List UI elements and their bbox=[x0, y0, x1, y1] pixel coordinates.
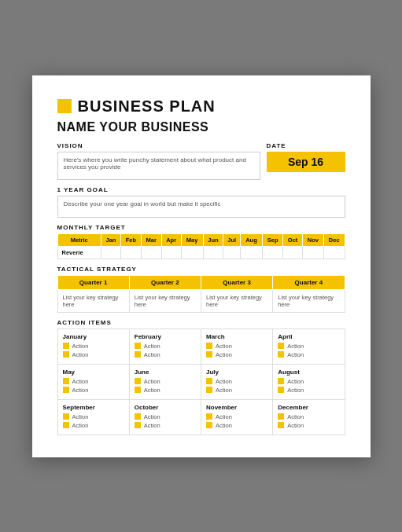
strategy-cell-2[interactable]: List your key strategy here bbox=[129, 289, 201, 312]
action-label: Action bbox=[287, 343, 304, 350]
page-header: BUSINESS PLAN bbox=[57, 97, 345, 116]
action-item[interactable]: Action bbox=[278, 413, 339, 420]
tactical-table: Quarter 1Quarter 2Quarter 3Quarter 4 Lis… bbox=[57, 275, 345, 313]
action-dot-icon bbox=[135, 413, 141, 420]
monthly-value-cell[interactable] bbox=[181, 246, 203, 259]
quarter-header-2: Quarter 2 bbox=[129, 275, 201, 289]
action-month-cell: JulyActionAction bbox=[201, 365, 273, 400]
action-items-grid: JanuaryActionActionFebruaryActionActionM… bbox=[57, 328, 345, 435]
action-dot-icon bbox=[206, 378, 212, 384]
action-month-name: July bbox=[206, 369, 267, 376]
monthly-value-cell[interactable] bbox=[101, 246, 120, 259]
vision-label: VISION bbox=[57, 142, 260, 149]
action-item[interactable]: Action bbox=[63, 413, 124, 420]
action-label: Action bbox=[72, 413, 89, 420]
monthly-value-cell[interactable] bbox=[141, 246, 161, 259]
monthly-col-mar: Mar bbox=[141, 233, 161, 246]
monthly-value-cell[interactable] bbox=[161, 246, 181, 259]
action-item[interactable]: Action bbox=[63, 343, 124, 350]
action-month-name: February bbox=[135, 333, 196, 340]
action-dot-icon bbox=[278, 351, 284, 358]
monthly-col-nov: Nov bbox=[302, 233, 323, 246]
tactical-label: TACTICAL STRATEGY bbox=[57, 266, 345, 273]
strategy-cell-3[interactable]: List your key strategy here bbox=[201, 289, 273, 312]
action-item[interactable]: Action bbox=[135, 351, 196, 358]
action-dot-icon bbox=[135, 378, 141, 384]
action-dot-icon bbox=[63, 422, 69, 428]
action-label: Action bbox=[144, 413, 160, 420]
monthly-target-label: MONTHLY TARGET bbox=[57, 224, 345, 231]
action-dot-icon bbox=[206, 343, 212, 349]
monthly-value-cell[interactable] bbox=[241, 246, 263, 259]
action-item[interactable]: Action bbox=[63, 351, 124, 358]
action-dot-icon bbox=[278, 413, 284, 420]
action-month-cell: FebruaryActionAction bbox=[130, 329, 201, 365]
action-dot-icon bbox=[278, 343, 284, 349]
monthly-value-cell[interactable] bbox=[203, 246, 223, 259]
action-month-name: April bbox=[278, 333, 339, 340]
monthly-value-cell[interactable] bbox=[223, 246, 241, 259]
action-item[interactable]: Action bbox=[135, 387, 196, 394]
monthly-value-cell[interactable] bbox=[323, 246, 345, 259]
action-item[interactable]: Action bbox=[206, 351, 267, 358]
monthly-col-sep: Sep bbox=[262, 233, 282, 246]
action-month-cell: JanuaryActionAction bbox=[58, 329, 130, 365]
action-dot-icon bbox=[206, 387, 212, 393]
action-item[interactable]: Action bbox=[135, 343, 196, 350]
action-month-name: January bbox=[63, 333, 124, 340]
action-dot-icon bbox=[135, 422, 141, 428]
goal-text[interactable]: Describe your one year goal in world but… bbox=[57, 196, 345, 218]
action-dot-icon bbox=[135, 351, 141, 358]
action-item[interactable]: Action bbox=[206, 343, 267, 350]
monthly-col-jul: Jul bbox=[223, 233, 241, 246]
action-items-label: ACTION ITEMS bbox=[57, 319, 345, 326]
action-item[interactable]: Action bbox=[135, 413, 196, 420]
quarter-header-3: Quarter 3 bbox=[201, 275, 273, 289]
monthly-col-may: May bbox=[181, 233, 203, 246]
action-dot-icon bbox=[135, 343, 141, 349]
table-row: Reverie bbox=[57, 246, 345, 259]
action-item[interactable]: Action bbox=[135, 422, 196, 429]
action-item[interactable]: Action bbox=[278, 351, 339, 358]
action-item[interactable]: Action bbox=[206, 422, 267, 429]
vision-text[interactable]: Here's where you write punchy statement … bbox=[57, 152, 260, 180]
action-label: Action bbox=[144, 378, 160, 385]
action-month-cell: AugustActionAction bbox=[273, 365, 345, 400]
monthly-value-cell[interactable] bbox=[121, 246, 142, 259]
action-month-name: October bbox=[135, 404, 196, 411]
action-dot-icon bbox=[63, 343, 69, 349]
action-item[interactable]: Action bbox=[278, 343, 339, 350]
action-label: Action bbox=[144, 387, 160, 394]
action-item[interactable]: Action bbox=[278, 422, 339, 429]
action-item[interactable]: Action bbox=[278, 378, 339, 385]
action-item[interactable]: Action bbox=[63, 422, 124, 429]
action-item[interactable]: Action bbox=[278, 387, 339, 394]
action-item[interactable]: Action bbox=[135, 378, 196, 385]
vision-section: VISION Here's where you write punchy sta… bbox=[57, 142, 260, 180]
action-month-name: August bbox=[278, 369, 339, 376]
action-label: Action bbox=[216, 387, 232, 394]
monthly-col-jan: Jan bbox=[101, 233, 120, 246]
action-item[interactable]: Action bbox=[206, 413, 267, 420]
action-item[interactable]: Action bbox=[206, 378, 267, 385]
action-label: Action bbox=[216, 351, 232, 358]
monthly-value-cell[interactable] bbox=[302, 246, 323, 259]
action-label: Action bbox=[72, 422, 89, 429]
action-dot-icon bbox=[278, 378, 284, 384]
monthly-value-cell[interactable] bbox=[283, 246, 302, 259]
action-item[interactable]: Action bbox=[206, 387, 267, 394]
quarter-header-4: Quarter 4 bbox=[273, 275, 345, 289]
date-value[interactable]: Sep 16 bbox=[267, 152, 345, 172]
action-month-cell: DecemberActionAction bbox=[273, 400, 345, 435]
monthly-value-cell[interactable] bbox=[262, 246, 282, 259]
goal-label: 1 YEAR GOAL bbox=[57, 186, 345, 193]
action-item[interactable]: Action bbox=[63, 378, 124, 385]
action-item[interactable]: Action bbox=[63, 387, 124, 394]
strategy-cell-4[interactable]: List your key strategy here bbox=[273, 289, 345, 312]
strategy-cell-1[interactable]: List your key strategy here bbox=[57, 289, 129, 312]
action-label: Action bbox=[287, 351, 304, 358]
business-name: NAME YOUR BUSINESS bbox=[57, 120, 345, 134]
action-dot-icon bbox=[206, 422, 212, 428]
action-month-name: September bbox=[63, 404, 124, 411]
action-month-name: May bbox=[63, 369, 124, 376]
